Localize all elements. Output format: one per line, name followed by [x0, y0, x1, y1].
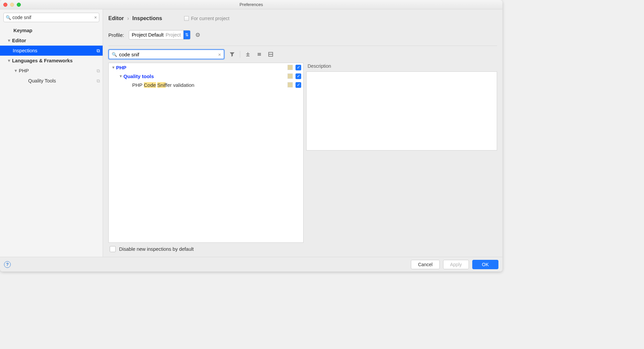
- disclosure-icon: ▼: [118, 74, 123, 78]
- disclosure-icon: ▼: [6, 38, 12, 43]
- search-icon: 🔍: [6, 15, 11, 20]
- expand-all-icon[interactable]: [244, 51, 252, 58]
- enable-checkbox[interactable]: ✓: [296, 65, 301, 70]
- apply-button[interactable]: Apply: [443, 260, 469, 269]
- disable-new-label: Disable new inspections by default: [119, 246, 194, 252]
- tree-node-php-code-sniffer[interactable]: PHP Code Sniffer validation ✓: [109, 80, 303, 89]
- profile-label: Profile:: [108, 32, 124, 38]
- enable-checkbox[interactable]: ✓: [296, 73, 301, 79]
- sidebar-label: Editor: [12, 38, 100, 43]
- profile-row: Profile: Project Default Project ⇅ ⚙: [108, 30, 497, 40]
- sidebar-item-keymap[interactable]: Keymap: [0, 25, 103, 36]
- window-controls: [0, 3, 21, 7]
- combo-arrows-icon: ⇅: [183, 31, 190, 39]
- sidebar-search-input[interactable]: [12, 15, 93, 20]
- gear-icon[interactable]: ⚙: [195, 32, 200, 39]
- scope-label: For current project: [191, 16, 229, 21]
- sidebar-label: PHP: [19, 68, 97, 73]
- description-title: Description: [306, 63, 497, 69]
- profile-scope: Project: [166, 32, 181, 38]
- scope-indicator: For current project: [184, 16, 229, 21]
- description-box: [306, 71, 497, 151]
- tree-node-quality-tools[interactable]: ▼ Quality tools ✓: [109, 72, 303, 80]
- tree-node-php[interactable]: ▼ PHP ✓: [109, 63, 303, 72]
- description-column: Description: [306, 63, 497, 243]
- svg-rect-1: [269, 54, 273, 55]
- profile-value: Project Default: [132, 32, 164, 38]
- disclosure-icon: ▼: [6, 58, 12, 63]
- sidebar-item-languages[interactable]: ▼ Languages & Frameworks: [0, 56, 103, 66]
- sidebar-item-php[interactable]: ▼ PHP ⧉: [0, 66, 103, 76]
- sidebar-label: Inspections: [13, 48, 97, 53]
- sidebar-item-editor[interactable]: ▼ Editor: [0, 36, 103, 46]
- tree-label: PHP Code Sniffer validation: [132, 82, 287, 88]
- sidebar-item-quality-tools[interactable]: Quality Tools ⧉: [0, 76, 103, 86]
- severity-swatch[interactable]: [287, 82, 293, 88]
- copy-icon: ⧉: [97, 68, 100, 74]
- inspection-toolbar: 🔍 ×: [108, 49, 497, 59]
- tree-label: Quality tools: [123, 73, 287, 79]
- crumb-inspections: Inspections: [132, 15, 162, 21]
- sidebar-label: Keymap: [13, 28, 100, 33]
- content-pane: Editor › Inspections For current project…: [103, 9, 502, 257]
- clear-search-icon[interactable]: ×: [94, 15, 97, 20]
- divider: [240, 51, 240, 58]
- divider: [108, 46, 497, 46]
- crumb-editor[interactable]: Editor: [108, 15, 124, 21]
- zoom-window-button[interactable]: [17, 3, 21, 7]
- close-window-button[interactable]: [3, 3, 7, 7]
- disable-new-checkbox[interactable]: [110, 246, 116, 252]
- copy-icon: ⧉: [97, 78, 100, 84]
- minimize-window-button[interactable]: [10, 3, 14, 7]
- chevron-right-icon: ›: [127, 15, 129, 21]
- sidebar-search[interactable]: 🔍 ×: [3, 13, 99, 22]
- sidebar: 🔍 × Keymap ▼ Editor Inspections ⧉: [0, 9, 103, 257]
- cancel-button[interactable]: Cancel: [411, 260, 440, 269]
- search-icon: 🔍: [112, 52, 117, 57]
- disable-new-row: Disable new inspections by default: [108, 243, 497, 257]
- severity-swatch[interactable]: [287, 65, 293, 70]
- disclosure-icon: ▼: [13, 68, 19, 73]
- reset-icon[interactable]: [267, 51, 274, 58]
- ok-button[interactable]: OK: [472, 260, 498, 269]
- severity-swatch[interactable]: [287, 73, 293, 79]
- breadcrumb: Editor › Inspections For current project: [108, 14, 497, 23]
- disclosure-icon: ▼: [111, 65, 116, 69]
- sidebar-label: Quality Tools: [28, 78, 97, 83]
- inspection-search[interactable]: 🔍 ×: [108, 49, 224, 59]
- sidebar-item-inspections[interactable]: Inspections ⧉: [0, 46, 103, 56]
- tree-label: PHP: [116, 65, 287, 70]
- preferences-window: Preferences 🔍 × Keymap ▼ Editor: [0, 0, 502, 272]
- filter-icon[interactable]: [228, 51, 236, 58]
- dialog-footer: ? Cancel Apply OK: [0, 257, 502, 272]
- sidebar-tree: Keymap ▼ Editor Inspections ⧉ ▼ Language…: [0, 24, 103, 257]
- inspection-search-input[interactable]: [119, 52, 216, 57]
- profile-select[interactable]: Project Default Project ⇅: [129, 30, 191, 40]
- titlebar: Preferences: [0, 0, 502, 9]
- collapse-all-icon[interactable]: [256, 51, 263, 58]
- inspection-tree[interactable]: ▼ PHP ✓ ▼ Quality tools ✓ PHP Code Sniff…: [108, 63, 304, 243]
- clear-search-icon[interactable]: ×: [218, 52, 221, 57]
- enable-checkbox[interactable]: ✓: [296, 82, 301, 88]
- help-button[interactable]: ?: [4, 261, 11, 268]
- project-scope-icon: [184, 16, 189, 21]
- sidebar-label: Languages & Frameworks: [12, 58, 100, 63]
- copy-icon: ⧉: [97, 48, 100, 54]
- window-title: Preferences: [0, 2, 502, 7]
